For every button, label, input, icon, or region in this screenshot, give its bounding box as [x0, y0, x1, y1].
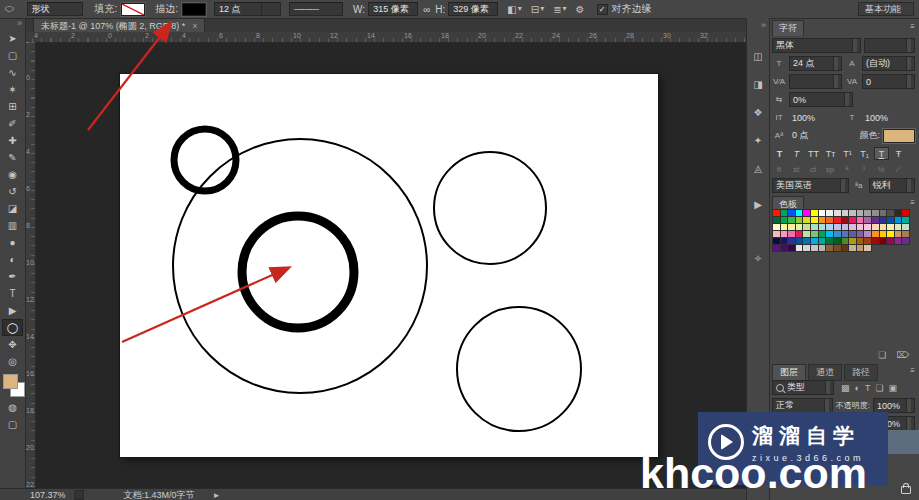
color-swatch[interactable]	[895, 217, 902, 223]
color-swatch[interactable]	[872, 217, 879, 223]
color-swatch[interactable]	[864, 231, 871, 237]
color-swatch[interactable]	[842, 245, 849, 251]
actions-panel-icon[interactable]: ▶	[747, 194, 769, 214]
color-swatch[interactable]	[819, 224, 826, 230]
opentype-feature-button[interactable]: st	[789, 164, 803, 175]
color-swatch[interactable]	[803, 231, 810, 237]
color-swatch[interactable]	[773, 217, 780, 223]
color-swatch[interactable]	[887, 238, 894, 244]
layer-filter-select[interactable]: 类型	[772, 380, 834, 395]
color-swatch[interactable]	[857, 210, 864, 216]
magic-wand-tool[interactable]: ✶	[2, 81, 23, 98]
stroke-width-input[interactable]: 12 点	[214, 2, 262, 16]
underline-button[interactable]: T	[874, 147, 889, 160]
opentype-feature-button[interactable]: ct	[806, 164, 820, 175]
stroke-type-select[interactable]: ———	[289, 2, 343, 16]
color-swatch[interactable]	[773, 224, 780, 230]
color-swatch[interactable]	[834, 210, 841, 216]
color-swatch[interactable]	[902, 210, 909, 216]
color-swatch[interactable]	[849, 210, 856, 216]
color-swatch[interactable]	[819, 245, 826, 251]
move-tool[interactable]: ➤	[2, 30, 23, 47]
collapse-tools-icon[interactable]: »	[17, 18, 22, 30]
new-swatch-icon[interactable]: ❏	[878, 350, 886, 360]
vertical-scale-input[interactable]: 100%	[789, 111, 842, 124]
color-swatch[interactable]	[880, 217, 887, 223]
color-swatch[interactable]	[842, 210, 849, 216]
color-swatch[interactable]	[902, 231, 909, 237]
font-family-select[interactable]: 黑体	[772, 38, 861, 53]
color-swatch[interactable]	[834, 238, 841, 244]
kerning-select[interactable]	[789, 74, 842, 89]
shape-mode-select[interactable]: 形状	[27, 2, 83, 16]
color-swatch[interactable]	[887, 231, 894, 237]
canvas[interactable]	[120, 74, 658, 457]
color-swatch[interactable]	[880, 238, 887, 244]
color-swatch[interactable]	[773, 210, 780, 216]
color-swatch[interactable]	[857, 217, 864, 223]
styles-panel-icon[interactable]: ❖	[747, 102, 769, 122]
color-swatch[interactable]	[864, 210, 871, 216]
color-swatch[interactable]	[864, 245, 871, 251]
type-tool[interactable]: T	[2, 285, 23, 302]
foreground-color-swatch[interactable]	[3, 374, 18, 389]
tracking-select[interactable]: 0	[862, 74, 915, 89]
opentype-feature-button[interactable]: ⁄	[891, 164, 905, 175]
color-swatch[interactable]	[781, 217, 788, 223]
color-swatch[interactable]	[880, 210, 887, 216]
color-swatch[interactable]	[826, 224, 833, 230]
color-swatch[interactable]	[781, 210, 788, 216]
tab-layers[interactable]: 图层	[772, 364, 806, 381]
color-swatch[interactable]	[872, 231, 879, 237]
color-swatch[interactable]	[796, 210, 803, 216]
color-swatch[interactable]	[826, 245, 833, 251]
baseline-shift-input[interactable]: 0 点	[789, 129, 835, 142]
color-swatch[interactable]	[842, 238, 849, 244]
color-swatch[interactable]	[887, 217, 894, 223]
arrange-icon[interactable]: ≣▾	[553, 4, 566, 15]
shape-width-input[interactable]: 315 像素	[368, 2, 418, 16]
color-swatch[interactable]	[849, 238, 856, 244]
color-swatch[interactable]	[796, 238, 803, 244]
path-operations-icon[interactable]: ◧▾	[507, 4, 521, 15]
color-swatch[interactable]	[773, 245, 780, 251]
clone-stamp-tool[interactable]: ◉	[2, 166, 23, 183]
color-swatch[interactable]	[796, 224, 803, 230]
tool-preset-picker[interactable]: ⬭	[5, 3, 15, 15]
color-swatch[interactable]	[788, 210, 795, 216]
eyedropper-tool[interactable]: ✐	[2, 115, 23, 132]
hand-tool[interactable]: ✥	[2, 336, 23, 353]
dodge-tool[interactable]: ◐	[2, 251, 23, 268]
brush-tool[interactable]: ✎	[2, 149, 23, 166]
leading-select[interactable]: (自动)	[862, 56, 915, 71]
color-swatch[interactable]	[872, 210, 879, 216]
opentype-feature-button[interactable]: sp	[823, 164, 837, 175]
screen-mode-button[interactable]: ▢	[2, 416, 23, 433]
close-tab-icon[interactable]: ×	[192, 21, 197, 31]
color-swatch[interactable]	[834, 231, 841, 237]
color-swatch[interactable]	[826, 210, 833, 216]
align-icon[interactable]: ⊟▾	[531, 4, 544, 15]
kind-type-icon[interactable]: T	[865, 383, 871, 393]
color-swatch[interactable]	[811, 238, 818, 244]
color-swatch[interactable]	[842, 231, 849, 237]
color-swatch[interactable]	[803, 245, 810, 251]
opentype-feature-button[interactable]: ½	[874, 164, 888, 175]
link-dimensions-icon[interactable]: ∞	[423, 4, 430, 15]
pen-tool[interactable]: ✒	[2, 268, 23, 285]
lasso-tool[interactable]: ∿	[2, 64, 23, 81]
eraser-tool[interactable]: ◪	[2, 200, 23, 217]
blur-tool[interactable]: ●	[2, 234, 23, 251]
kind-shape-icon[interactable]: ❏	[875, 383, 883, 393]
color-swatch[interactable]	[819, 238, 826, 244]
color-swatch[interactable]	[834, 224, 841, 230]
color-swatch[interactable]	[811, 231, 818, 237]
opentype-feature-button[interactable]: ¹	[857, 164, 871, 175]
color-swatch[interactable]	[902, 224, 909, 230]
color-swatch[interactable]	[826, 231, 833, 237]
color-swatch[interactable]	[887, 224, 894, 230]
color-swatch[interactable]	[849, 245, 856, 251]
quick-mask-button[interactable]: ◍	[2, 399, 23, 416]
horizontal-scale-input[interactable]: 100%	[862, 111, 915, 124]
histogram-panel-icon[interactable]: ◬	[747, 158, 769, 178]
